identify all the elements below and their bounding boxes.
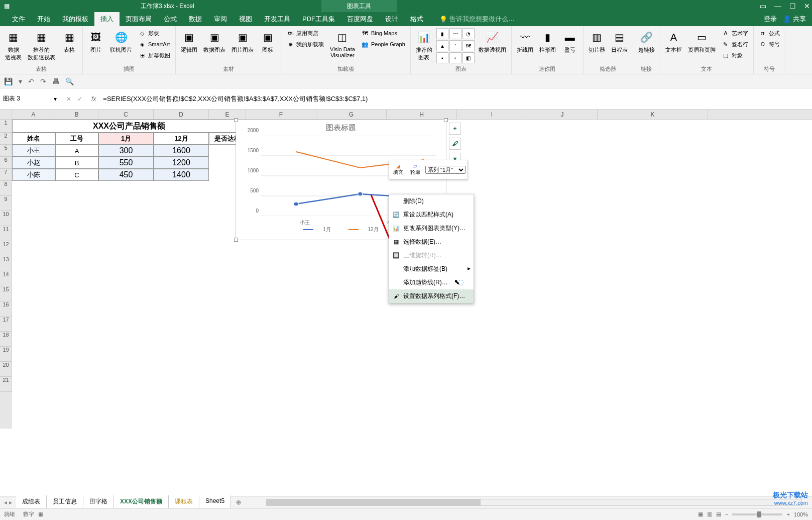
zoom-in-icon[interactable]: + bbox=[786, 511, 789, 517]
name-box[interactable]: 图表 3 ▾ bbox=[0, 88, 60, 109]
th-name[interactable]: 姓名 bbox=[12, 133, 55, 145]
row-20[interactable]: 20 bbox=[0, 362, 12, 377]
visio-button[interactable]: ◫Visio Data Visualizer bbox=[328, 28, 357, 59]
mini-outline-button[interactable]: ▱ 轮廓 bbox=[408, 162, 422, 177]
tab-dev[interactable]: 开发工具 bbox=[258, 12, 296, 26]
cancel-formula-icon[interactable]: ✕ bbox=[66, 95, 71, 102]
tab-format[interactable]: 格式 bbox=[404, 12, 429, 26]
select-all-corner[interactable] bbox=[0, 110, 12, 119]
tab-data[interactable]: 数据 bbox=[183, 12, 208, 26]
sheet-tab-6[interactable]: Sheet5 bbox=[199, 495, 231, 509]
chevron-down-icon[interactable]: ▾ bbox=[54, 95, 57, 102]
row-2[interactable]: 2 bbox=[0, 133, 12, 145]
sheet-tab-1[interactable]: 成绩表 bbox=[16, 495, 47, 509]
cell-A6[interactable]: 小赵 bbox=[12, 157, 55, 169]
spark-line-button[interactable]: 〰折线图 bbox=[515, 28, 535, 55]
row-17[interactable]: 17 bbox=[0, 317, 12, 332]
myaddins-button[interactable]: ⊕我的加载项 bbox=[284, 39, 326, 49]
view-normal-icon[interactable]: ▦ bbox=[698, 511, 703, 517]
more-icon[interactable]: ▾ bbox=[19, 77, 22, 85]
row-9[interactable]: 9 bbox=[0, 196, 12, 211]
chart-scatter-icon[interactable]: ⋮ bbox=[449, 40, 461, 51]
spark-col-button[interactable]: ▮柱形图 bbox=[537, 28, 558, 55]
row-11[interactable]: 11 bbox=[0, 226, 12, 241]
tab-home[interactable]: 开始 bbox=[31, 12, 56, 26]
mini-series-select[interactable]: 系列 "1月" bbox=[425, 166, 466, 174]
col-I[interactable]: I bbox=[457, 110, 527, 119]
tab-design[interactable]: 设计 bbox=[379, 12, 404, 26]
rec-chart-button[interactable]: 📊推荐的 图表 bbox=[414, 28, 434, 62]
undo-icon[interactable]: ↶ bbox=[28, 77, 34, 85]
status-record-icon[interactable]: ▦ bbox=[38, 511, 43, 517]
col-K[interactable]: K bbox=[598, 110, 708, 119]
cell-C6[interactable]: 550 bbox=[98, 157, 154, 169]
chart-handle-sw[interactable] bbox=[234, 238, 238, 242]
chart-line-icon[interactable]: 〰 bbox=[449, 28, 461, 39]
cell-C7[interactable]: 450 bbox=[98, 169, 154, 181]
col-E[interactable]: E bbox=[209, 110, 246, 119]
th-id[interactable]: 工号 bbox=[55, 133, 98, 145]
row-14[interactable]: 14 bbox=[0, 271, 12, 286]
chart-area-icon[interactable]: ▲ bbox=[436, 40, 448, 51]
zoom-slider[interactable] bbox=[732, 513, 782, 515]
hscroll-thumb[interactable] bbox=[267, 499, 481, 505]
chart-handle-ne[interactable] bbox=[444, 118, 448, 122]
cell-A5[interactable]: 小王 bbox=[12, 145, 55, 157]
shapes-button[interactable]: ◇形状 bbox=[136, 28, 172, 38]
pivot-chart-button[interactable]: 📈数据透视图 bbox=[477, 28, 508, 55]
timeline-button[interactable]: ▤日程表 bbox=[609, 28, 630, 55]
row-19[interactable]: 19 bbox=[0, 347, 12, 362]
sm4-button[interactable]: ▣图标 bbox=[258, 28, 278, 55]
smartart-button[interactable]: ◈SmartArt bbox=[136, 39, 172, 49]
tab-baidu[interactable]: 百度网盘 bbox=[341, 12, 379, 26]
cm-format-series[interactable]: 🖌设置数据系列格式(F)… bbox=[389, 289, 474, 303]
cell-D7[interactable]: 1400 bbox=[154, 169, 209, 181]
bing-button[interactable]: 🗺Bing Maps bbox=[359, 28, 407, 38]
col-C[interactable]: C bbox=[98, 110, 154, 119]
row-10[interactable]: 10 bbox=[0, 211, 12, 226]
tab-formula[interactable]: 公式 bbox=[158, 12, 183, 26]
print-icon[interactable]: 🖶 bbox=[52, 77, 59, 85]
mini-fill-button[interactable]: ◢ 填充 bbox=[391, 162, 405, 177]
sheet-tab-5[interactable]: 课程表 bbox=[169, 495, 199, 509]
sheet-nav-next-icon[interactable]: ▸ bbox=[9, 499, 12, 506]
online-pic-button[interactable]: 🌐联机图片 bbox=[108, 28, 134, 55]
ribbon-display-icon[interactable]: ▭ bbox=[760, 2, 766, 10]
col-B[interactable]: B bbox=[55, 110, 98, 119]
cm-reset[interactable]: 🔄重设以匹配样式(A) bbox=[389, 208, 474, 222]
sigline-button[interactable]: ✎签名行 bbox=[720, 39, 750, 49]
sheet-nav-prev-icon[interactable]: ◂ bbox=[4, 499, 7, 506]
spark-winloss-button[interactable]: ▬盈亏 bbox=[560, 28, 580, 55]
close-icon[interactable]: ✕ bbox=[804, 2, 810, 10]
row-16[interactable]: 16 bbox=[0, 301, 12, 317]
tab-insert[interactable]: 插入 bbox=[94, 12, 120, 26]
cell-D6[interactable]: 1200 bbox=[154, 157, 209, 169]
cell-D5[interactable]: 1600 bbox=[154, 145, 209, 157]
tab-pdf[interactable]: PDF工具集 bbox=[296, 12, 341, 26]
row-7[interactable]: 7 bbox=[0, 169, 12, 181]
row-13[interactable]: 13 bbox=[0, 256, 12, 271]
row-5[interactable]: 5 bbox=[0, 145, 12, 157]
tab-layout[interactable]: 页面布局 bbox=[120, 12, 158, 26]
maximize-icon[interactable]: ☐ bbox=[789, 2, 796, 10]
chart-title[interactable]: 图表标题 bbox=[236, 120, 446, 136]
col-A[interactable]: A bbox=[12, 110, 55, 119]
chart-handle-nw[interactable] bbox=[234, 118, 238, 122]
cm-delete[interactable]: 删除(D) bbox=[389, 194, 474, 208]
chart-surf-icon[interactable]: ▫ bbox=[449, 52, 461, 63]
row-18[interactable]: 18 bbox=[0, 332, 12, 347]
series-1-marker-1[interactable] bbox=[294, 202, 298, 206]
object-button[interactable]: ▢对象 bbox=[720, 50, 750, 60]
wordart-button[interactable]: A艺术字 bbox=[720, 28, 750, 38]
cell-A7[interactable]: 小陈 bbox=[12, 169, 55, 181]
accept-formula-icon[interactable]: ✓ bbox=[77, 95, 82, 102]
tab-mytemplate[interactable]: 我的模板 bbox=[56, 12, 94, 26]
row-15[interactable]: 15 bbox=[0, 286, 12, 301]
cell-B5[interactable]: A bbox=[55, 145, 98, 157]
chart-elements-button[interactable]: + bbox=[449, 123, 461, 135]
equation-button[interactable]: π公式 bbox=[757, 28, 782, 38]
horizontal-scrollbar[interactable] bbox=[266, 499, 802, 506]
sheet-tab-2[interactable]: 员工信息 bbox=[47, 495, 83, 509]
view-break-icon[interactable]: ▤ bbox=[716, 511, 721, 517]
th-m12[interactable]: 12月 bbox=[154, 133, 209, 145]
